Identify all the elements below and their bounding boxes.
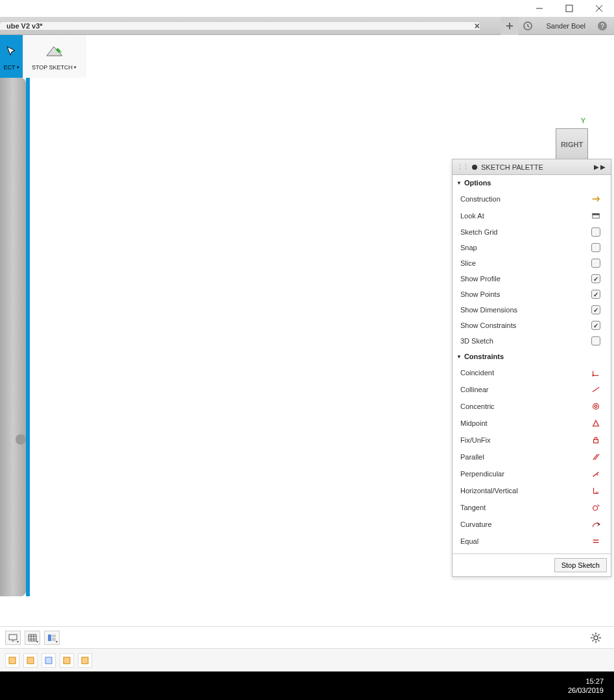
system-clock[interactable]: 15:27 26/03/2019 (568, 677, 604, 695)
palette-footer: Stop Sketch (453, 554, 611, 576)
grid-button[interactable] (25, 631, 40, 645)
grip-icon[interactable]: ⋮⋮ (456, 163, 468, 171)
model-body[interactable] (0, 78, 26, 596)
feature-icon (62, 656, 71, 665)
tab-close-icon[interactable]: × (475, 21, 480, 31)
option-label: Construction (460, 195, 589, 203)
viewport-layout-button[interactable] (44, 631, 60, 645)
svg-point-11 (595, 405, 597, 408)
constraints-section-header[interactable]: Constraints (453, 349, 611, 364)
display-mode-button[interactable] (5, 631, 21, 645)
constraint-row: Equal (453, 533, 611, 550)
tangent-icon[interactable] (591, 502, 601, 513)
collapse-icon[interactable] (472, 165, 477, 170)
new-tab-button[interactable] (501, 17, 519, 35)
curvature-icon[interactable] (591, 519, 601, 530)
lookat-icon[interactable] (591, 211, 601, 221)
svg-point-9 (592, 375, 594, 377)
sketch-edge[interactable] (26, 78, 30, 596)
option-row: Look At (453, 207, 611, 224)
parallel-icon[interactable] (591, 452, 601, 462)
timeline[interactable] (0, 648, 614, 671)
perpendicular-icon[interactable] (591, 469, 601, 479)
select-tool-label: ECT (4, 64, 19, 71)
origin-marker[interactable] (16, 434, 26, 445)
recent-button[interactable] (519, 17, 537, 35)
constraint-row: Coincident (453, 364, 611, 381)
option-label: Slice (460, 259, 589, 267)
option-row: Construction (453, 191, 611, 207)
constraint-label: Tangent (460, 504, 589, 511)
equal-icon[interactable] (591, 536, 601, 546)
grid-icon (28, 634, 37, 642)
constraint-row: Tangent (453, 499, 611, 516)
constraint-row: Perpendicular (453, 465, 611, 482)
constraint-label: Coincident (460, 369, 589, 377)
checkbox[interactable] (591, 305, 600, 314)
constraint-label: Horizontal/Vertical (460, 487, 589, 495)
feature-icon (8, 656, 17, 665)
constraint-label: Fix/UnFix (460, 436, 589, 444)
constraint-row: Horizontal/Vertical (453, 482, 611, 499)
monitor-icon (8, 634, 18, 642)
viewcube-face[interactable]: RIGHT (556, 128, 588, 161)
document-title: ube V2 v3* (6, 22, 43, 30)
help-button[interactable]: ? (595, 18, 610, 34)
constraint-row: Collinear (453, 381, 611, 398)
option-label: Sketch Grid (460, 228, 589, 236)
checkbox[interactable] (591, 290, 600, 299)
options-section-header[interactable]: Options (453, 175, 611, 191)
clock-date: 26/03/2019 (568, 686, 604, 695)
checkbox[interactable] (591, 321, 600, 330)
coincident-icon[interactable] (591, 368, 601, 378)
timeline-item[interactable] (60, 653, 74, 668)
constraint-row: Concentric (453, 398, 611, 415)
close-button[interactable] (584, 0, 614, 17)
settings-button[interactable] (589, 631, 602, 644)
option-row: Sketch Grid (453, 224, 611, 240)
maximize-button[interactable] (554, 0, 584, 17)
construction-icon[interactable] (591, 194, 601, 204)
timeline-item[interactable] (5, 653, 19, 668)
concentric-icon[interactable] (591, 401, 601, 412)
option-row: Show Points (453, 286, 611, 302)
timeline-item[interactable] (23, 653, 38, 668)
option-row: Snap (453, 240, 611, 255)
svg-point-13 (593, 506, 598, 510)
constraint-label: Collinear (460, 386, 589, 393)
constraint-row: Fix/UnFix (453, 432, 611, 449)
stop-sketch-tool[interactable]: STOP SKETCH (23, 35, 86, 78)
constraint-row: Parallel (453, 449, 611, 465)
checkbox[interactable] (591, 274, 600, 283)
minimize-button[interactable] (525, 0, 554, 17)
select-tool[interactable]: ECT (0, 35, 23, 78)
collinear-icon[interactable] (591, 384, 601, 395)
svg-rect-25 (82, 657, 88, 664)
constraint-label: Parallel (460, 453, 589, 461)
checkbox[interactable] (591, 243, 600, 252)
hv-icon[interactable] (591, 485, 601, 496)
option-label: Show Points (460, 290, 589, 298)
username-label[interactable]: Sander Boel (537, 22, 595, 30)
checkbox[interactable] (591, 228, 600, 237)
fix-icon[interactable] (591, 435, 601, 445)
checkbox[interactable] (591, 259, 600, 268)
timeline-item[interactable] (78, 653, 92, 668)
option-label: Show Profile (460, 275, 589, 283)
svg-point-10 (593, 404, 599, 410)
stop-sketch-button[interactable]: Stop Sketch (554, 558, 607, 572)
option-row: Slice (453, 255, 611, 271)
gear-icon (589, 631, 602, 644)
palette-header[interactable]: ⋮⋮ SKETCH PALETTE ▶▶ (453, 159, 611, 175)
expand-icon[interactable]: ▶▶ (594, 163, 607, 170)
axis-y-label: Y (581, 117, 585, 124)
timeline-item[interactable] (41, 653, 56, 668)
document-tab[interactable]: ube V2 v3* × (0, 22, 480, 30)
svg-rect-12 (594, 439, 598, 443)
checkbox[interactable] (591, 336, 600, 345)
option-label: Show Dimensions (460, 306, 589, 314)
document-tabbar: ube V2 v3* × Sander Boel ? (0, 17, 614, 35)
midpoint-icon[interactable] (591, 418, 601, 428)
stop-sketch-tool-label: STOP SKETCH (32, 64, 77, 71)
stop-sketch-icon (45, 44, 64, 60)
